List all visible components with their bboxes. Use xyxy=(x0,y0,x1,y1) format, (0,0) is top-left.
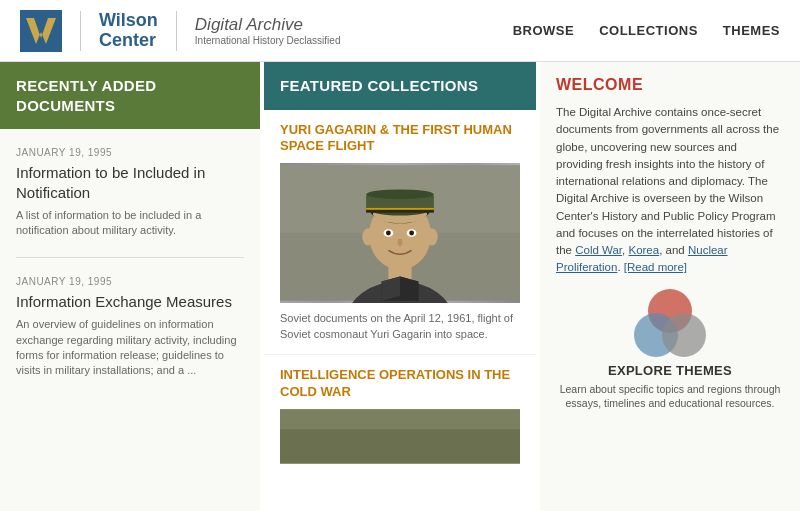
read-more-link[interactable]: [Read more] xyxy=(624,261,687,273)
site-header: Wilson Center Digital Archive Internatio… xyxy=(0,0,800,62)
svg-point-13 xyxy=(386,231,391,236)
nav-collections[interactable]: COLLECTIONS xyxy=(599,23,698,38)
archive-title-block: Digital Archive International History De… xyxy=(195,15,341,46)
venn-diagram xyxy=(625,289,715,359)
welcome-text: The Digital Archive contains once-secret… xyxy=(556,104,784,277)
korea-link[interactable]: Korea xyxy=(628,244,659,256)
explore-desc: Learn about specific topics and regions … xyxy=(556,382,784,411)
featured-item-gagarin[interactable]: YURI GAGARIN & THE FIRST HUMAN SPACE FLI… xyxy=(264,110,536,356)
archive-title: Digital Archive xyxy=(195,15,341,35)
svg-rect-23 xyxy=(280,429,520,463)
svg-rect-21 xyxy=(366,208,434,210)
left-column: RECENTLY ADDED DOCUMENTS JANUARY 19, 199… xyxy=(0,62,260,511)
doc-title-1[interactable]: Information to be Included in Notificati… xyxy=(16,163,244,202)
svg-marker-0 xyxy=(26,18,56,44)
brand-name: Wilson Center xyxy=(99,11,158,51)
doc-title-2[interactable]: Information Exchange Measures xyxy=(16,292,244,312)
explore-heading: EXPLORE THEMES xyxy=(608,363,732,378)
doc-item-2: JANUARY 19, 1995 Information Exchange Me… xyxy=(16,276,244,397)
recently-added-heading: RECENTLY ADDED DOCUMENTS xyxy=(0,62,260,129)
svg-point-14 xyxy=(409,231,414,236)
doc-item-1: JANUARY 19, 1995 Information to be Inclu… xyxy=(16,147,244,258)
featured-title-gagarin: YURI GAGARIN & THE FIRST HUMAN SPACE FLI… xyxy=(280,122,520,156)
coldwar-image xyxy=(280,409,520,464)
svg-point-15 xyxy=(362,228,374,245)
nav-browse[interactable]: BROWSE xyxy=(513,23,575,38)
doc-desc-1: A list of information to be included in … xyxy=(16,208,244,239)
featured-item-coldwar[interactable]: INTELLIGENCE OPERATIONS IN THE COLD WAR xyxy=(264,355,536,476)
logo-divider xyxy=(80,11,81,51)
main-nav: BROWSE COLLECTIONS THEMES xyxy=(513,23,780,38)
middle-column: FEATURED COLLECTIONS YURI GAGARIN & THE … xyxy=(260,62,540,511)
brand-name-text: Wilson Center xyxy=(99,11,158,51)
explore-themes-section[interactable]: EXPLORE THEMES Learn about specific topi… xyxy=(556,289,784,411)
nav-themes[interactable]: THEMES xyxy=(723,23,780,38)
cold-war-link[interactable]: Cold War xyxy=(575,244,622,256)
wilson-logo-w xyxy=(20,10,62,52)
logo-divider2 xyxy=(176,11,177,51)
welcome-heading: WELCOME xyxy=(556,76,784,94)
logo-area: Wilson Center Digital Archive Internatio… xyxy=(20,10,340,52)
main-content: RECENTLY ADDED DOCUMENTS JANUARY 19, 199… xyxy=(0,62,800,511)
svg-point-26 xyxy=(662,313,706,357)
gagarin-caption: Soviet documents on the April 12, 1961, … xyxy=(280,311,520,342)
gagarin-image xyxy=(280,163,520,303)
document-list: JANUARY 19, 1995 Information to be Inclu… xyxy=(0,129,260,511)
featured-title-coldwar: INTELLIGENCE OPERATIONS IN THE COLD WAR xyxy=(280,367,520,401)
doc-date-2: JANUARY 19, 1995 xyxy=(16,276,244,287)
main-wrapper: RECENTLY ADDED DOCUMENTS JANUARY 19, 199… xyxy=(0,62,800,511)
doc-desc-2: An overview of guidelines on information… xyxy=(16,317,244,379)
svg-point-16 xyxy=(426,228,438,245)
featured-collections-heading: FEATURED COLLECTIONS xyxy=(264,62,536,110)
svg-point-19 xyxy=(366,190,434,200)
archive-subtitle: International History Declassified xyxy=(195,35,341,46)
right-column: WELCOME The Digital Archive contains onc… xyxy=(540,62,800,511)
doc-date-1: JANUARY 19, 1995 xyxy=(16,147,244,158)
